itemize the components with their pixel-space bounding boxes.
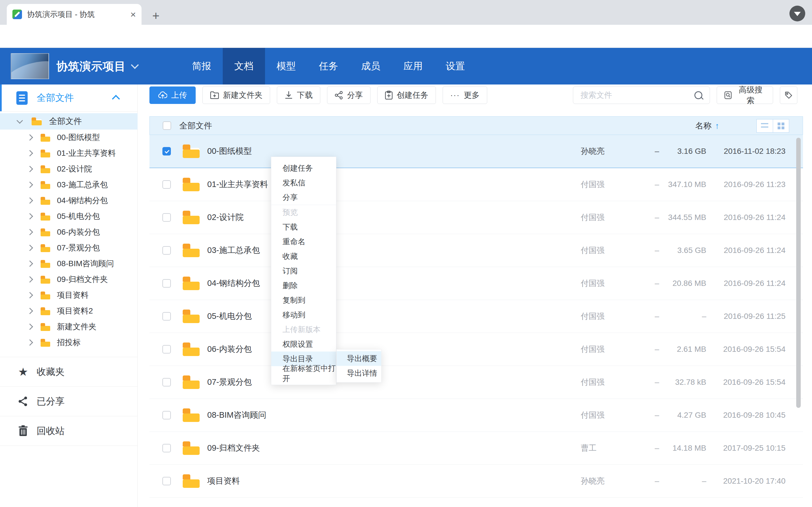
chevron-right-icon[interactable] — [27, 229, 33, 235]
chevron-right-icon[interactable] — [27, 276, 33, 283]
sidebar-item-shared[interactable]: 已分享 — [0, 386, 138, 416]
chevron-right-icon[interactable] — [27, 324, 33, 330]
table-row[interactable]: 项目资料 孙晓亮 – – 2021-10-20 17:40 — [149, 465, 803, 498]
chevron-right-icon[interactable] — [27, 134, 33, 141]
tree-item[interactable]: 06-内装分包 — [0, 224, 138, 240]
chevron-right-icon[interactable] — [27, 339, 33, 346]
tree-item[interactable]: 新建文件夹 — [0, 319, 138, 335]
tree-item[interactable]: 00-图纸模型 — [0, 129, 138, 145]
table-row[interactable]: 03-施工总承包 付国强 – 3.65 GB 2016-09-26 11:24 — [149, 234, 803, 267]
table-row[interactable]: 09-归档文件夹 曹工 – 14.18 MB 2017-09-25 10:15 — [149, 432, 803, 465]
file-name[interactable]: 02-设计院 — [207, 201, 244, 234]
upload-button[interactable]: 上传 — [149, 87, 196, 104]
context-menu-item[interactable]: 上传新版本 — [271, 322, 336, 337]
create-task-button[interactable]: 创建任务 — [377, 87, 436, 104]
tree-item[interactable]: 招投标 — [0, 335, 138, 350]
chevron-right-icon[interactable] — [27, 308, 33, 314]
table-row[interactable]: 01-业主共享资料 付国强 – 347.10 MB 2016-09-26 11:… — [149, 168, 803, 201]
tree-item[interactable]: 08-BIM咨询顾问 — [0, 256, 138, 272]
context-menu-item[interactable]: 重命名 — [271, 234, 336, 249]
table-row[interactable]: 00-图纸模型 孙晓亮 – 3.16 GB 2016-11-02 18:23 — [149, 135, 803, 168]
table-row[interactable]: 05-机电分包 付国强 – – 2016-09-26 11:25 — [149, 300, 803, 333]
search-input[interactable] — [580, 91, 692, 100]
chevron-up-icon[interactable] — [112, 95, 120, 103]
project-switcher[interactable]: 协筑演示项目 — [56, 48, 137, 84]
tree-item[interactable]: 项目资料2 — [0, 303, 138, 319]
row-checkbox[interactable] — [162, 378, 171, 386]
row-checkbox[interactable] — [162, 312, 171, 321]
chevron-right-icon[interactable] — [27, 261, 33, 267]
nav-item[interactable]: 应用 — [392, 48, 434, 84]
nav-item[interactable]: 简报 — [181, 48, 223, 84]
new-folder-button[interactable]: 新建文件夹 — [202, 87, 270, 104]
row-checkbox[interactable] — [162, 180, 171, 189]
table-row[interactable] — [149, 498, 803, 507]
context-submenu-item[interactable]: 导出概要 — [337, 351, 381, 366]
row-checkbox[interactable] — [162, 213, 171, 222]
row-checkbox[interactable] — [162, 279, 171, 288]
download-button[interactable]: 下载 — [277, 87, 320, 104]
chevron-down-icon[interactable] — [17, 117, 23, 124]
tree-root-all-files[interactable]: 全部文件 — [0, 113, 138, 129]
project-thumbnail[interactable] — [11, 53, 49, 79]
chevron-right-icon[interactable] — [27, 245, 33, 251]
chevron-right-icon[interactable] — [27, 166, 33, 172]
nav-item[interactable]: 成员 — [350, 48, 392, 84]
more-button[interactable]: ··· 更多 — [443, 87, 487, 104]
list-view-button[interactable] — [757, 119, 773, 132]
tree-item[interactable]: 02-设计院 — [0, 161, 138, 177]
scrollbar-thumb[interactable] — [796, 138, 801, 408]
context-menu-item[interactable]: 发私信 — [271, 175, 336, 190]
context-menu-item[interactable]: 删除 — [271, 278, 336, 293]
chevron-right-icon[interactable] — [27, 182, 33, 188]
sidebar-item-trash[interactable]: 回收站 — [0, 416, 138, 446]
chevron-right-icon[interactable] — [27, 213, 33, 220]
chevron-right-icon[interactable] — [27, 150, 33, 157]
row-checkbox[interactable] — [162, 477, 171, 485]
chevron-right-icon[interactable] — [27, 198, 33, 204]
row-checkbox[interactable] — [162, 444, 171, 452]
table-row[interactable]: 08-BIM咨询顾问 付国强 – 4.27 GB 2016-09-28 10:4… — [149, 399, 803, 432]
file-name[interactable]: 09-归档文件夹 — [207, 432, 260, 464]
sort-control[interactable]: 名称 ↑ — [695, 117, 719, 135]
file-name[interactable]: 04-钢结构分包 — [207, 267, 260, 300]
nav-item[interactable]: 模型 — [265, 48, 307, 84]
tab-search-chevron-icon[interactable] — [790, 6, 805, 21]
tree-item[interactable]: 04-钢结构分包 — [0, 193, 138, 209]
file-name[interactable]: 08-BIM咨询顾问 — [207, 399, 266, 432]
sidebar-item-favorites[interactable]: ★ 收藏夹 — [0, 357, 138, 386]
tree-item[interactable]: 01-业主共享资料 — [0, 145, 138, 161]
context-menu-item[interactable]: 预览 — [271, 205, 336, 220]
file-name[interactable]: 03-施工总承包 — [207, 234, 260, 267]
file-name[interactable]: 项目资料 — [207, 465, 240, 497]
sidebar-all-files-section[interactable]: 全部文件 — [0, 84, 138, 112]
context-menu-item[interactable]: 复制到 — [271, 293, 336, 307]
tab-close-icon[interactable]: × — [130, 10, 136, 19]
grid-view-button[interactable] — [773, 119, 789, 132]
row-checkbox[interactable] — [162, 246, 171, 255]
context-submenu-item[interactable]: 导出详情 — [337, 366, 381, 381]
context-menu-item[interactable]: 创建任务 — [271, 161, 336, 175]
table-row[interactable]: 04-钢结构分包 付国强 – 20.86 MB 2016-09-26 11:24 — [149, 267, 803, 300]
browser-tab[interactable]: 协筑演示项目 - 协筑 × — [7, 4, 142, 25]
share-button[interactable]: 分享 — [327, 87, 370, 104]
context-menu-item[interactable]: 下载 — [271, 220, 336, 234]
tree-item[interactable]: 09-归档文件夹 — [0, 272, 138, 287]
file-name[interactable]: 07-景观分包 — [207, 366, 252, 399]
nav-item[interactable]: 任务 — [307, 48, 350, 84]
row-checkbox[interactable] — [162, 411, 171, 419]
table-row[interactable]: 02-设计院 付国强 – 344.55 MB 2016-09-26 11:24 — [149, 201, 803, 234]
context-menu-item[interactable]: 收藏 — [271, 249, 336, 264]
select-all-checkbox[interactable] — [163, 121, 171, 130]
file-name[interactable]: 06-内装分包 — [207, 333, 252, 365]
tree-item[interactable]: 项目资料 — [0, 287, 138, 303]
row-checkbox[interactable] — [162, 147, 171, 156]
table-row[interactable]: 06-内装分包 付国强 – 2.61 MB 2016-09-26 15:54 — [149, 333, 803, 366]
tags-button[interactable] — [780, 87, 797, 104]
new-tab-button[interactable]: + — [152, 10, 160, 22]
advanced-search-button[interactable]: 高级搜索 — [717, 87, 773, 104]
tree-item[interactable]: 03-施工总承包 — [0, 177, 138, 193]
search-icon[interactable] — [695, 91, 702, 99]
file-name[interactable]: 05-机电分包 — [207, 300, 252, 333]
row-checkbox[interactable] — [162, 345, 171, 353]
